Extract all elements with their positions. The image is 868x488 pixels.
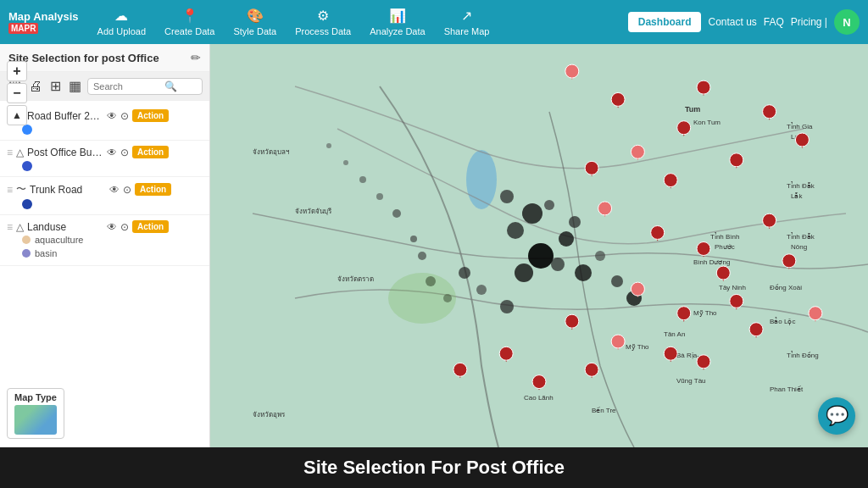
svg-point-66 [631, 145, 644, 158]
legend-aquaculture: aquaculture [7, 233, 203, 247]
layers-icon[interactable]: ⊞ [48, 76, 63, 96]
svg-point-104 [749, 323, 763, 336]
contact-link[interactable]: Contact us [708, 16, 756, 28]
user-avatar[interactable]: N [834, 9, 860, 35]
layer-actions: 👁 ⊙ Action [107, 220, 169, 233]
nav-process-data[interactable]: ⚙ Process Data [288, 4, 358, 40]
print-icon[interactable]: 🖨 [27, 77, 44, 96]
layer-landuse: ≡ △ Landuse 👁 ⊙ Action aquaculture basin [0, 215, 209, 266]
eye-icon[interactable]: 👁 [107, 147, 117, 158]
chat-bubble[interactable]: 💬 [818, 397, 855, 435]
svg-point-102 [697, 355, 710, 369]
settings-icon[interactable]: ⊙ [120, 147, 129, 158]
create-icon: 📍 [181, 8, 198, 24]
svg-point-6 [569, 216, 581, 228]
svg-point-16 [476, 285, 487, 295]
zoom-in-button[interactable]: + [7, 61, 27, 81]
layer-name: Trunk Road [30, 184, 106, 196]
nav-create-data-label: Create Data [164, 26, 214, 36]
topbar: Map Analysis MAPR ☁ Add Upload 📍 Create … [0, 0, 868, 44]
map-svg: Tum Kon Tum Tỉnh Gia Lai Tỉnh Đắk Lắk Tỉ… [210, 44, 868, 447]
svg-point-15 [500, 300, 514, 313]
layer-post-office-buffer: ≡ △ Post Office Buffe... 👁 ⊙ Action [0, 141, 209, 177]
nav-add-upload-label: Add Upload [97, 26, 147, 36]
svg-text:Bình Dương: Bình Dương [693, 258, 730, 266]
eye-icon[interactable]: 👁 [109, 184, 120, 196]
svg-text:Tân An: Tân An [664, 330, 685, 338]
nav-create-data[interactable]: 📍 Create Data [158, 4, 221, 40]
chat-icon: 💬 [826, 405, 849, 427]
svg-text:Tỉnh Đắk: Tỉnh Đắk [787, 232, 815, 241]
svg-text:Phước: Phước [715, 243, 735, 251]
svg-point-8 [528, 243, 554, 269]
panel-title: Site Selection for post Office [8, 52, 159, 64]
edit-icon[interactable]: ✏ [191, 51, 201, 64]
legend-label: aquaculture [35, 235, 84, 245]
reset-north-button[interactable]: ▲ [7, 105, 27, 125]
settings-icon[interactable]: ⊙ [120, 110, 129, 122]
action-button[interactable]: Action [132, 109, 169, 122]
panel-header-icons: ✏ [191, 51, 201, 64]
nav-analyze-data[interactable]: 📊 Analyze Data [363, 4, 431, 40]
nav-analyze-data-label: Analyze Data [370, 26, 425, 36]
svg-text:Tum: Tum [685, 105, 700, 114]
faq-link[interactable]: FAQ [764, 16, 784, 28]
map-area[interactable]: Tum Kon Tum Tỉnh Gia Lai Tỉnh Đắk Lắk Tỉ… [210, 44, 868, 447]
svg-point-9 [515, 263, 533, 282]
settings-icon[interactable]: ⊙ [123, 184, 131, 196]
svg-point-5 [544, 200, 554, 210]
logo-text: Map Analysis [8, 11, 79, 22]
nav-add-upload[interactable]: ☁ Add Upload [91, 4, 153, 40]
settings-icon[interactable]: ⊙ [120, 221, 129, 233]
layer-road-buffer: ≡ △ Road Buffer 200 ... 👁 ⊙ Action [0, 104, 209, 141]
drag-handle[interactable]: ≡ [7, 184, 13, 196]
svg-text:Cao Lãnh: Cao Lãnh [524, 394, 554, 402]
svg-text:Bảo Lộc: Bảo Lộc [770, 317, 795, 325]
svg-point-21 [410, 236, 417, 242]
drag-handle[interactable]: ≡ [7, 221, 13, 233]
nav-style-data-label: Style Data [233, 26, 276, 36]
drag-handle[interactable]: ≡ [7, 147, 13, 158]
layer-color-dot [22, 125, 32, 135]
svg-point-110 [532, 375, 546, 389]
search-input[interactable] [93, 81, 161, 92]
zoom-out-button[interactable]: − [7, 83, 27, 103]
layer-actions: 👁 ⊙ Action [107, 146, 169, 158]
layer-name: Post Office Buffe... [27, 147, 103, 158]
nav-style-data[interactable]: 🎨 Style Data [226, 4, 283, 40]
layer-row: ≡ 〜 Trunk Road 👁 ⊙ Action [7, 182, 203, 197]
layer-actions: 👁 ⊙ Action [107, 109, 169, 122]
layer-actions: 👁 ⊙ Action [109, 183, 171, 196]
nav-share-map-label: Share Map [444, 26, 490, 36]
svg-text:Nông: Nông [791, 243, 807, 251]
svg-point-7 [559, 231, 574, 247]
svg-point-10 [551, 258, 565, 271]
grid-icon[interactable]: ▦ [67, 76, 83, 96]
polygon-icon: △ [16, 221, 24, 233]
svg-text:Bến Tre: Bến Tre [592, 407, 616, 414]
process-icon: ⚙ [317, 8, 329, 24]
action-button[interactable]: Action [135, 183, 171, 196]
svg-text:จังหวัดอุพร: จังหวัดอุพร [253, 411, 286, 419]
svg-point-72 [730, 153, 743, 167]
panel-header: Site Selection for post Office ✏ [0, 44, 209, 72]
nav-share-map[interactable]: ↗ Share Map [437, 4, 497, 40]
style-icon: 🎨 [247, 8, 264, 24]
map-type-thumbnail [14, 405, 57, 435]
dashboard-button[interactable]: Dashboard [628, 12, 702, 32]
map-type-box[interactable]: Map Type [7, 388, 64, 439]
svg-point-82 [763, 214, 776, 227]
svg-point-94 [565, 314, 579, 328]
svg-point-17 [459, 267, 470, 279]
share-icon: ↗ [461, 8, 472, 24]
eye-icon[interactable]: 👁 [107, 110, 117, 122]
svg-point-27 [388, 273, 456, 324]
svg-point-100 [585, 363, 598, 376]
pricing-link[interactable]: Pricing | [791, 16, 827, 28]
svg-text:Phan Thiết: Phan Thiết [770, 385, 804, 393]
action-button[interactable]: Action [132, 220, 169, 233]
svg-text:Mỹ Tho: Mỹ Tho [626, 343, 649, 351]
action-button[interactable]: Action [132, 146, 169, 158]
eye-icon[interactable]: 👁 [107, 221, 117, 233]
svg-point-13 [611, 275, 623, 287]
